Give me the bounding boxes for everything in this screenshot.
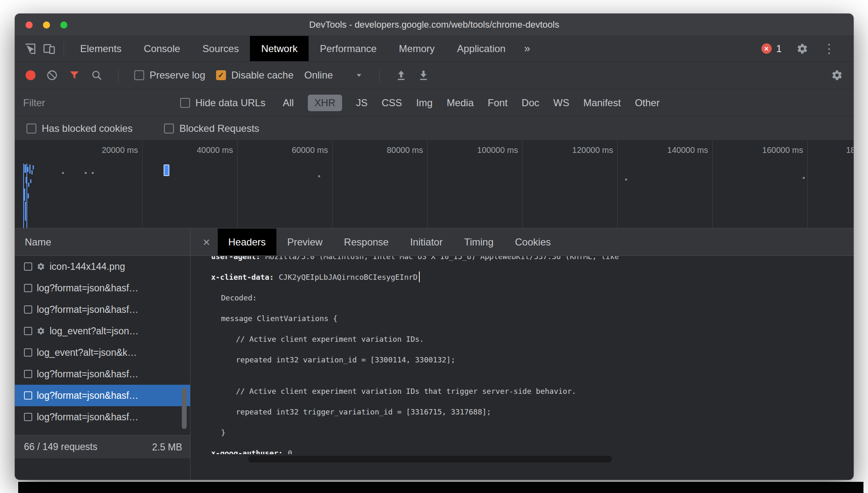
import-har-icon[interactable] bbox=[395, 69, 407, 81]
close-icon[interactable]: × bbox=[195, 229, 218, 255]
request-row[interactable]: log_event?alt=json&k… bbox=[15, 342, 190, 363]
overview-activity bbox=[24, 188, 25, 201]
tab-elements[interactable]: Elements bbox=[69, 36, 133, 61]
type-filter-img[interactable]: Img bbox=[416, 95, 433, 111]
hide-data-urls-checkbox[interactable] bbox=[180, 98, 190, 108]
type-filter-xhr[interactable]: XHR bbox=[308, 95, 342, 111]
request-name: log?format=json&hasf… bbox=[37, 283, 138, 294]
type-filter-font[interactable]: Font bbox=[488, 95, 508, 111]
request-row[interactable]: icon-144x144.png bbox=[15, 256, 190, 277]
tab-application[interactable]: Application bbox=[446, 36, 516, 61]
type-filter-css[interactable]: CSS bbox=[382, 95, 402, 111]
blocked-requests-checkbox[interactable] bbox=[164, 124, 174, 133]
decoded-label: Decoded: bbox=[221, 293, 257, 302]
tab-memory[interactable]: Memory bbox=[388, 36, 446, 61]
blocked-requests-label[interactable]: Blocked Requests bbox=[179, 123, 259, 134]
decoded-label-line: Decoded: bbox=[190, 288, 854, 308]
request-checkbox[interactable] bbox=[24, 262, 32, 271]
request-checkbox[interactable] bbox=[24, 391, 32, 400]
disable-cache-checkbox[interactable] bbox=[216, 70, 226, 80]
request-row[interactable]: log?format=json&hasf… bbox=[15, 406, 190, 428]
network-overview-timeline[interactable]: 20000 ms 40000 ms 60000 ms 80000 ms 1000… bbox=[15, 141, 854, 229]
type-filter-media[interactable]: Media bbox=[447, 95, 473, 111]
throttling-dropdown[interactable]: Online bbox=[304, 69, 363, 81]
request-row[interactable]: log?format=json&hasf… bbox=[15, 299, 190, 320]
screenshot-stage: DevTools - developers.google.com/web/too… bbox=[0, 0, 868, 493]
request-checkbox[interactable] bbox=[24, 370, 32, 378]
decoded-text: } bbox=[221, 428, 226, 437]
detail-tab-cookies[interactable]: Cookies bbox=[504, 229, 562, 255]
requests-count: 66 / 149 requests bbox=[24, 441, 98, 453]
blocked-requests-control: Blocked Requests bbox=[164, 123, 259, 134]
tab-sources[interactable]: Sources bbox=[191, 36, 250, 61]
request-checkbox[interactable] bbox=[24, 284, 32, 292]
type-filter-js[interactable]: JS bbox=[356, 95, 368, 111]
type-filter-manifest[interactable]: Manifest bbox=[583, 95, 621, 111]
overview-dot bbox=[92, 172, 94, 174]
time-label: 100000 ms bbox=[456, 145, 518, 155]
header-key: user-agent: bbox=[211, 256, 260, 261]
more-tabs-chevron[interactable]: » bbox=[517, 36, 537, 61]
overview-activity bbox=[30, 179, 31, 183]
request-row[interactable]: log_event?alt=json… bbox=[15, 320, 190, 342]
name-column-header[interactable]: Name bbox=[15, 229, 190, 256]
has-blocked-cookies-label[interactable]: Has blocked cookies bbox=[42, 123, 133, 134]
detail-tab-preview[interactable]: Preview bbox=[276, 229, 333, 255]
detail-tab-response[interactable]: Response bbox=[333, 229, 400, 255]
request-row-selected[interactable]: log?format=json&hasf… bbox=[15, 385, 190, 406]
request-checkbox[interactable] bbox=[24, 305, 32, 314]
inspect-element-button[interactable] bbox=[21, 36, 40, 61]
request-name: log_event?alt=json&k… bbox=[37, 347, 137, 358]
overview-selected-frame[interactable] bbox=[164, 164, 169, 176]
toolbar-separator bbox=[64, 42, 64, 56]
type-filter-doc[interactable]: Doc bbox=[522, 95, 540, 111]
detail-tab-headers[interactable]: Headers bbox=[218, 229, 277, 255]
disable-cache-label[interactable]: Disable cache bbox=[231, 69, 294, 81]
export-har-icon[interactable] bbox=[418, 69, 429, 81]
request-row[interactable]: log?format=json&hasf… bbox=[15, 277, 190, 299]
header-line-user-agent: user-agent:Mozilla/5.0 (Macintosh; Intel… bbox=[190, 256, 854, 267]
disable-cache-control: Disable cache bbox=[216, 69, 294, 81]
filter-input[interactable] bbox=[23, 97, 180, 109]
decoded-text: // Active client experiment variation ID… bbox=[236, 387, 576, 395]
request-row[interactable]: log?format=json&hasf… bbox=[15, 363, 190, 385]
request-name: log?format=json&hasf… bbox=[37, 412, 138, 423]
close-window-button[interactable] bbox=[26, 21, 33, 29]
header-value: Mozilla/5.0 (Macintosh; Intel Mac OS X 1… bbox=[265, 256, 619, 261]
type-filter-ws[interactable]: WS bbox=[553, 95, 569, 111]
zoom-window-button[interactable] bbox=[60, 21, 67, 29]
request-list-scrollbar[interactable] bbox=[182, 388, 187, 429]
detail-tab-timing[interactable]: Timing bbox=[453, 229, 504, 255]
error-count-badge[interactable]: ✕ 1 bbox=[761, 43, 782, 55]
horizontal-scrollbar[interactable] bbox=[248, 456, 612, 462]
has-blocked-cookies-control: Has blocked cookies bbox=[26, 123, 133, 134]
header-key: x-client-data: bbox=[211, 273, 274, 281]
request-checkbox[interactable] bbox=[24, 348, 32, 357]
filter-funnel-icon[interactable] bbox=[69, 69, 80, 81]
search-icon[interactable] bbox=[91, 69, 102, 81]
record-network-log-button[interactable] bbox=[26, 70, 36, 80]
network-settings-gear-icon[interactable] bbox=[831, 69, 843, 81]
type-filter-other[interactable]: Other bbox=[635, 95, 660, 111]
gridline bbox=[237, 141, 238, 228]
preserve-log-label[interactable]: Preserve log bbox=[150, 69, 205, 81]
hide-data-urls-label[interactable]: Hide data URLs bbox=[195, 97, 265, 109]
gridline bbox=[332, 141, 333, 228]
tab-network[interactable]: Network bbox=[250, 36, 309, 61]
tab-console[interactable]: Console bbox=[133, 36, 191, 61]
has-blocked-cookies-checkbox[interactable] bbox=[26, 124, 36, 133]
detail-tab-initiator[interactable]: Initiator bbox=[400, 229, 454, 255]
request-name: log_event?alt=json… bbox=[50, 326, 138, 337]
type-filter-all[interactable]: All bbox=[283, 95, 294, 111]
device-toolbar-button[interactable] bbox=[40, 36, 59, 61]
tab-performance[interactable]: Performance bbox=[309, 36, 388, 61]
request-checkbox[interactable] bbox=[24, 413, 32, 421]
minimize-window-button[interactable] bbox=[43, 21, 50, 29]
settings-gear-icon[interactable] bbox=[797, 43, 808, 55]
request-checkbox[interactable] bbox=[24, 327, 32, 335]
clear-network-log-icon[interactable] bbox=[46, 69, 58, 81]
overview-activity bbox=[26, 164, 27, 229]
preserve-log-checkbox[interactable] bbox=[134, 70, 144, 80]
decoded-close-line: } bbox=[190, 422, 854, 443]
kebab-menu-icon[interactable]: ⋮ bbox=[823, 43, 835, 55]
